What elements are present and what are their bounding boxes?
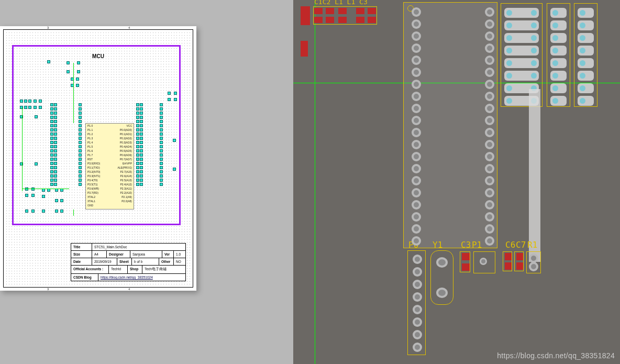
connector-pad[interactable] xyxy=(550,96,567,106)
header-pin-node[interactable] xyxy=(50,120,53,123)
header-pin-node[interactable] xyxy=(50,137,53,140)
crystal-y1[interactable] xyxy=(430,250,453,305)
header-pin-node[interactable] xyxy=(136,137,139,140)
header-pin-node[interactable] xyxy=(79,145,82,148)
header-pin-node[interactable] xyxy=(54,107,57,111)
header-pin-node[interactable] xyxy=(54,162,57,165)
header-pin-node[interactable] xyxy=(140,170,143,173)
header-pin-node[interactable] xyxy=(54,133,57,136)
header-pin-node[interactable] xyxy=(140,141,143,144)
connector-pad[interactable] xyxy=(578,83,594,93)
header-pin-node[interactable] xyxy=(79,137,82,140)
header-pin-node[interactable] xyxy=(136,112,139,115)
dip-pin-hole[interactable] xyxy=(412,224,421,234)
header-pin-node[interactable] xyxy=(160,183,163,186)
dip-pin-hole[interactable] xyxy=(412,68,421,77)
header-pin-node[interactable] xyxy=(140,112,143,115)
schematic-sheet[interactable]: 3 4 3 4 MCU P1.0VCCP1.1P0.0(AD0)P1.2P0.1… xyxy=(0,26,196,291)
connector-pad[interactable] xyxy=(504,20,539,30)
header-pin-node[interactable] xyxy=(79,133,82,136)
header-pin-node[interactable] xyxy=(54,153,57,157)
header-pin-node[interactable] xyxy=(50,183,53,186)
header-pin-node[interactable] xyxy=(136,120,139,123)
header-pin-node[interactable] xyxy=(79,103,82,106)
header-pin-node[interactable] xyxy=(140,116,143,119)
connector-pad[interactable] xyxy=(504,8,539,18)
dip-pin-hole[interactable] xyxy=(412,164,421,173)
capacitor-c7[interactable] xyxy=(514,251,524,271)
header-pin-node[interactable] xyxy=(50,170,53,173)
dip-pin-hole[interactable] xyxy=(485,80,494,89)
header-pin-node[interactable] xyxy=(160,116,163,119)
header-pin-node[interactable] xyxy=(140,133,143,136)
header-pin-node[interactable] xyxy=(79,166,82,169)
header-pin-node[interactable] xyxy=(79,149,82,152)
header-pin-node[interactable] xyxy=(50,128,53,131)
dip-pin-hole[interactable] xyxy=(485,152,494,161)
header-pin-node[interactable] xyxy=(140,183,143,186)
header-pin-node[interactable] xyxy=(50,158,53,161)
header-pin-node[interactable] xyxy=(50,124,53,127)
header-pin-node[interactable] xyxy=(140,145,143,148)
header-pin-node[interactable] xyxy=(160,149,163,152)
connector-pad[interactable] xyxy=(550,71,567,81)
connector-j3[interactable] xyxy=(574,3,597,107)
p0-pin-hole[interactable] xyxy=(413,280,422,289)
connector-pad[interactable] xyxy=(578,33,594,43)
header-pin-node[interactable] xyxy=(160,174,163,178)
header-pin-node[interactable] xyxy=(140,137,143,140)
connector-pad[interactable] xyxy=(504,33,539,43)
dip-pin-hole[interactable] xyxy=(412,212,421,222)
connector-pad[interactable] xyxy=(578,58,594,68)
header-pin-node[interactable] xyxy=(160,141,163,144)
dip-pin-hole[interactable] xyxy=(412,188,421,197)
connector-pad[interactable] xyxy=(578,20,594,30)
header-pin-node[interactable] xyxy=(136,141,139,144)
header-pin-node[interactable] xyxy=(160,137,163,140)
header-pin-node[interactable] xyxy=(54,103,57,106)
connector-pad[interactable] xyxy=(550,8,567,18)
header-pin-node[interactable] xyxy=(79,158,82,161)
connector-pad[interactable] xyxy=(550,83,567,93)
header-pin-node[interactable] xyxy=(136,149,139,152)
header-pin-node[interactable] xyxy=(54,120,57,123)
dip-pin-hole[interactable] xyxy=(412,200,421,209)
dip-pin-hole[interactable] xyxy=(412,7,421,17)
header-pin-node[interactable] xyxy=(160,120,163,123)
header-pin-node[interactable] xyxy=(79,153,82,157)
tb-blog-link[interactable]: https://blog.csdn.net/qq_38351024 xyxy=(101,275,153,279)
header-pin-node[interactable] xyxy=(136,174,139,178)
header-pin-node[interactable] xyxy=(160,124,163,127)
header-pin-node[interactable] xyxy=(136,124,139,127)
header-pin-node[interactable] xyxy=(136,116,139,119)
capacitor-c6[interactable] xyxy=(503,251,512,271)
connector-pad[interactable] xyxy=(578,96,594,106)
dip-pin-hole[interactable] xyxy=(485,116,494,125)
dip-pin-hole[interactable] xyxy=(485,212,494,222)
header-pin-node[interactable] xyxy=(50,162,53,165)
header-pin-node[interactable] xyxy=(50,166,53,169)
header-pin-node[interactable] xyxy=(50,112,53,115)
header-pin-node[interactable] xyxy=(54,174,57,178)
p0-pin-hole[interactable] xyxy=(413,343,422,352)
header-pin-node[interactable] xyxy=(140,162,143,165)
connector-pad[interactable] xyxy=(550,58,567,68)
header-pin-node[interactable] xyxy=(136,170,139,173)
header-pin-node[interactable] xyxy=(79,116,82,119)
connector-j2[interactable] xyxy=(547,3,570,107)
header-pin-node[interactable] xyxy=(54,170,57,173)
header-pin-node[interactable] xyxy=(50,174,53,178)
header-pin-node[interactable] xyxy=(140,103,143,106)
header-pin-node[interactable] xyxy=(140,120,143,123)
connector-pad[interactable] xyxy=(504,71,539,81)
edge-component[interactable] xyxy=(301,6,310,25)
dip-pin-hole[interactable] xyxy=(485,164,494,173)
header-pin-node[interactable] xyxy=(160,170,163,173)
header-pin-node[interactable] xyxy=(160,103,163,106)
header-pin-node[interactable] xyxy=(50,103,53,106)
connector-pad[interactable] xyxy=(578,8,594,18)
header-pin-node[interactable] xyxy=(50,141,53,144)
dip-pin-hole[interactable] xyxy=(485,176,494,185)
header-pin-node[interactable] xyxy=(54,141,57,144)
dip-pin-hole[interactable] xyxy=(412,104,421,113)
